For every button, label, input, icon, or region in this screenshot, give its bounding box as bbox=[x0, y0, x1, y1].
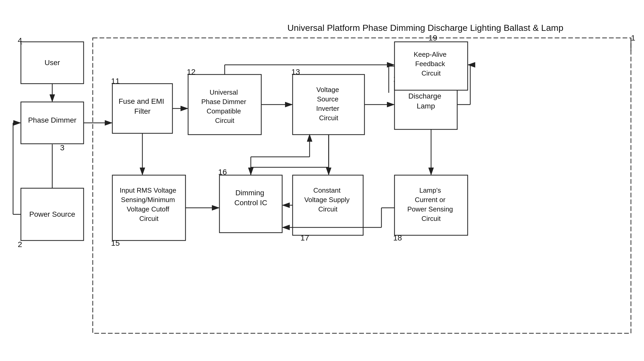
ref-19: 19 bbox=[428, 33, 437, 42]
ref-1: 1 bbox=[631, 33, 635, 42]
ref-3: 3 bbox=[60, 143, 65, 152]
ref-11: 11 bbox=[111, 77, 120, 85]
ref-17: 17 bbox=[300, 233, 309, 242]
phase-dimmer-label: Phase Dimmer bbox=[28, 116, 76, 124]
user-label: User bbox=[44, 59, 60, 67]
ref-13: 13 bbox=[291, 67, 300, 76]
ref-12: 12 bbox=[187, 67, 195, 76]
ref-18: 18 bbox=[393, 233, 402, 242]
ref-2: 2 bbox=[18, 240, 22, 249]
ref-15: 15 bbox=[111, 239, 120, 247]
ref-4: 4 bbox=[18, 36, 22, 45]
ref-16: 16 bbox=[218, 168, 227, 176]
diagram-container: Universal Platform Phase Dimming Dischar… bbox=[0, 0, 644, 361]
diagram-title: Universal Platform Phase Dimming Dischar… bbox=[287, 23, 563, 33]
power-source-label: Power Source bbox=[29, 210, 75, 218]
